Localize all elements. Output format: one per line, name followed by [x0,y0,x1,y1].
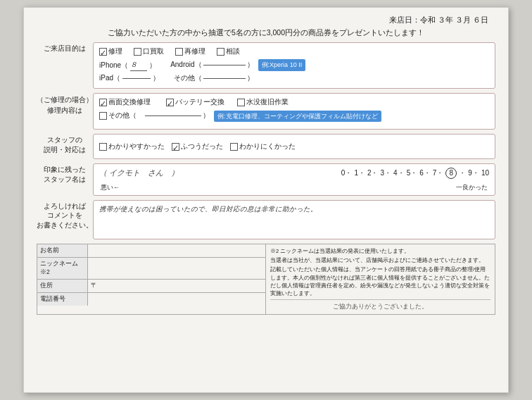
cb-battery-box [166,99,174,106]
android-col: Android（ ） 例:Xperia 10 II [170,59,489,70]
cb-water: 水没復旧作業 [237,96,289,108]
cb-normal-box [172,143,179,151]
cb-repair-box [99,48,107,56]
bottom-left: お名前 ニックネーム※2 住所 〒 電話番号 [37,244,266,314]
example-tag: 例:Xperia 10 II [258,59,306,70]
cb-water-box [237,99,245,106]
score-num-6: 6・ [419,168,431,179]
purpose-label: ご来店目的は [37,42,93,54]
address-value: 〒 [88,280,265,292]
impression-content: （ イクモト さん ） 0・ 1・ 2・ 3・ 4・ 5・ 6・ 7・ 8 ・ … [93,163,495,196]
purpose-row: ご来店目的は 修理 口買取 再修理 相談 iPhone（ ８ ） Android… [37,42,495,89]
purpose-content: 修理 口買取 再修理 相談 iPhone（ ８ ） Android（ ） 例:X… [93,42,495,89]
name-label: お名前 [37,244,88,257]
address-label: 住所 [37,280,88,292]
note2: 当選者は当社が、当選結果について、店舗掲示およびにご連絡させていただきます。 [270,256,490,264]
repair-options: 画面交換修理 バッテリー交換 水没復旧作業 [99,96,489,108]
comment-content: 携帯が使えなのは困っていたので、即日対応の息は非常に助かった。 [93,200,495,239]
score-section: 0・ 1・ 2・ 3・ 4・ 5・ 6・ 7・ 8 ・ 9・ 10 [341,168,489,179]
phone-label: 電話番号 [37,293,88,306]
device-ipad-row: iPad（ ） その他（ ） [99,73,489,84]
cb-screen: 画面交換修理 [99,96,151,108]
cb-rerepair-box [175,48,183,56]
comment-row: よろしければ コメントを お書きください。 携帯が使えなのは困っていたので、即日… [37,200,495,239]
score-num-0: 0・ [341,168,353,179]
promo-line: ご協力いただいた方の中から抽選で5名の方に3,000円分の商品券をプレゼントいた… [37,28,495,38]
score-num-3: 3・ [381,168,392,179]
address-row: 住所 〒 [37,280,265,293]
repair-highlight-tag: 例:充電口修理、コーティングや保護フィルム貼付けなど [214,111,381,122]
nickname-value [88,258,265,279]
cb-battery: バッテリー交換 [166,96,224,108]
repair-other-value [145,115,201,116]
score-good-label: 一良かった [456,182,488,192]
comment-text: 携帯が使えなのは困っていたので、即日対応の息は非常に助かった。 [99,205,317,213]
cb-repair: 修理 [99,46,122,57]
nickname-row: ニックネーム※2 [37,258,265,280]
bottom-grid: お名前 ニックネーム※2 住所 〒 電話番号 ※2 ニックネームは当選結果の発表… [37,244,495,315]
comment-label: よろしければ コメントを お書きください。 [37,200,93,230]
cb-buy-box [134,48,141,56]
staff-label: スタッフの 説明・対応は [37,134,93,155]
cb-normal: ふつうだった [172,141,223,152]
impression-label: 印象に残った スタッフ名は [37,163,93,185]
nickname-label: ニックネーム※2 [37,258,88,279]
cb-consult-box [217,48,224,56]
score-num-8-selected: 8 [445,168,457,179]
score-num-1: 1・ [354,168,365,179]
score-num-5: 5・ [407,168,418,179]
score-num-sep: ・ [459,168,466,179]
cb-other-box [99,112,107,120]
cb-consult: 相談 [217,46,240,57]
impression-row: 印象に残った スタッフ名は （ イクモト さん ） 0・ 1・ 2・ 3・ 4・… [37,163,495,196]
cb-hard: わかりにくかった [230,141,296,152]
score-bad-label: 悪い← [101,182,120,192]
score-num-10: 10 [481,168,489,179]
postal-mark: 〒 [91,282,97,289]
phone-value [88,293,265,306]
cb-screen-box [99,99,107,106]
date-text: 来店日：令和 ３年 ３月 ６日 [389,15,488,24]
note3: 記載していただいた個人情報は、当アンケートの回答用紙である冊子商品の整理/使用し… [270,265,490,297]
promo-text: ご協力いただいた方の中から抽選で5名の方に3,000円分の商品券をプレゼントいた… [108,28,424,37]
note1: ※2 ニックネームは当選結果の発表に使用いたします。 [270,247,490,255]
repair-row: （ご修理の場合） 修理内容は 画面交換修理 バッテリー交換 水没復旧作業 その他… [37,93,495,130]
score-num-2: 2・ [367,168,379,179]
cb-hard-box [230,143,238,151]
date-line: 来店日：令和 ３年 ３月 ６日 [37,15,495,25]
cb-other: その他（ [99,110,137,121]
score-num-7: 7・ [433,168,444,179]
score-num-4: 4・ [393,168,405,179]
cb-easy: わかりやすかった [99,141,165,152]
cb-buy: 口買取 [134,46,164,57]
repair-label: （ご修理の場合） 修理内容は [37,93,93,115]
phone-row: 電話番号 [37,293,265,306]
device-android-value [203,65,246,65]
gratitude: ご協力ありがとうございました。 [270,302,490,311]
device-other-value [203,78,246,79]
impression-inner: （ イクモト さん ） 0・ 1・ 2・ 3・ 4・ 5・ 6・ 7・ 8 ・ … [99,167,489,180]
cb-rerepair: 再修理 [175,46,205,57]
score-labels: 悪い← 一良かった [99,182,489,192]
survey-form: 来店日：令和 ３年 ３月 ６日 ご協力いただいた方の中から抽選で5名の方に3,0… [23,7,509,393]
repair-content: 画面交換修理 バッテリー交換 水没復旧作業 その他（ ） 例:充電口修理、コーテ… [93,93,495,130]
repair-other-row: その他（ ） 例:充電口修理、コーティングや保護フィルム貼付けなど [99,109,489,122]
other-col: その他（ ） [174,73,489,84]
device-iphone-label: iPhone（ [99,60,128,71]
score-num-9: 9・ [468,168,479,179]
staff-content: わかりやすかった ふつうだった わかりにくかった [93,134,495,159]
bottom-right: ※2 ニックネームは当選結果の発表に使用いたします。 当選者は当社が、当選結果に… [266,244,495,314]
device-iphone-row: iPhone（ ８ ） Android（ ） 例:Xperia 10 II [99,59,489,71]
impression-name: （ イクモト さん ） [99,167,179,180]
name-row: お名前 [37,244,265,258]
cb-easy-box [99,143,107,151]
name-value [88,244,265,257]
staff-row: スタッフの 説明・対応は わかりやすかった ふつうだった わかりにくかった [37,134,495,159]
device-ipad-value [122,78,151,79]
device-iphone-value: ８ [130,59,147,71]
